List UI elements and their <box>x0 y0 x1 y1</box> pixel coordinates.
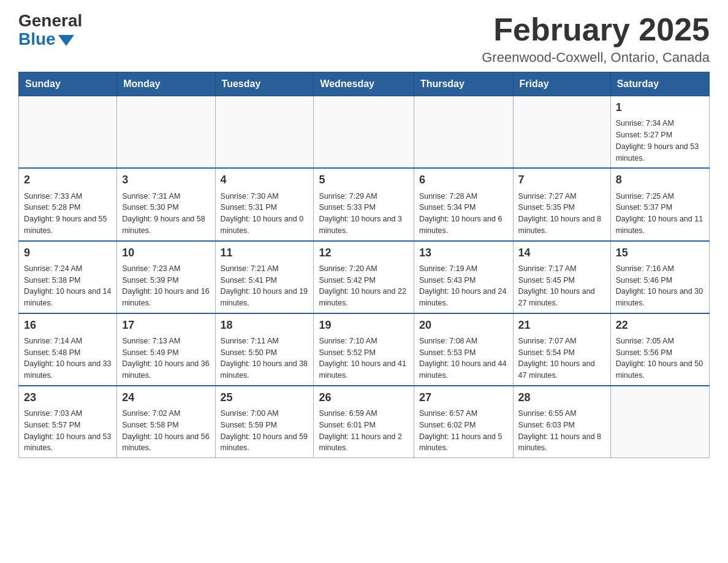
day-number: 7 <box>518 172 605 188</box>
day-info: Sunrise: 7:17 AMSunset: 5:45 PMDaylight:… <box>518 263 605 309</box>
day-number: 27 <box>419 390 508 405</box>
calendar-day-cell: 6Sunrise: 7:28 AMSunset: 5:34 PMDaylight… <box>414 168 513 240</box>
day-info: Sunrise: 6:59 AMSunset: 6:01 PMDaylight:… <box>319 408 408 454</box>
day-number: 19 <box>319 318 408 333</box>
day-number: 14 <box>518 245 605 261</box>
calendar-day-cell: 8Sunrise: 7:25 AMSunset: 5:37 PMDaylight… <box>610 168 709 240</box>
logo-triangle-icon <box>58 35 74 46</box>
calendar-table: Sunday Monday Tuesday Wednesday Thursday… <box>18 72 710 458</box>
calendar-week-row: 2Sunrise: 7:33 AMSunset: 5:28 PMDaylight… <box>19 168 710 240</box>
day-number: 20 <box>419 318 508 333</box>
day-info: Sunrise: 7:27 AMSunset: 5:35 PMDaylight:… <box>518 191 605 237</box>
day-number: 28 <box>518 390 605 405</box>
day-number: 17 <box>122 318 210 333</box>
title-block: February 2025 Greenwood-Coxwell, Ontario… <box>482 12 710 66</box>
day-number: 1 <box>616 100 704 115</box>
calendar-day-cell: 5Sunrise: 7:29 AMSunset: 5:33 PMDaylight… <box>314 168 414 240</box>
day-number: 8 <box>616 172 704 188</box>
day-number: 15 <box>616 245 704 261</box>
day-number: 11 <box>221 245 309 261</box>
col-sunday: Sunday <box>19 72 117 96</box>
calendar-day-cell: 7Sunrise: 7:27 AMSunset: 5:35 PMDaylight… <box>513 168 610 240</box>
day-info: Sunrise: 7:16 AMSunset: 5:46 PMDaylight:… <box>616 263 704 309</box>
calendar-week-row: 23Sunrise: 7:03 AMSunset: 5:57 PMDayligh… <box>19 386 710 458</box>
logo-blue-text: Blue <box>18 31 56 48</box>
day-number: 21 <box>518 318 605 333</box>
day-info: Sunrise: 7:08 AMSunset: 5:53 PMDaylight:… <box>419 335 508 381</box>
calendar-day-cell: 19Sunrise: 7:10 AMSunset: 5:52 PMDayligh… <box>314 313 414 386</box>
calendar-day-cell <box>513 96 610 169</box>
day-info: Sunrise: 7:00 AMSunset: 5:59 PMDaylight:… <box>221 408 309 454</box>
day-info: Sunrise: 7:23 AMSunset: 5:39 PMDaylight:… <box>122 263 210 309</box>
calendar-day-cell <box>19 96 117 169</box>
day-info: Sunrise: 7:11 AMSunset: 5:50 PMDaylight:… <box>221 335 309 381</box>
calendar-day-cell: 18Sunrise: 7:11 AMSunset: 5:50 PMDayligh… <box>215 313 314 386</box>
col-friday: Friday <box>513 72 610 96</box>
location-subtitle: Greenwood-Coxwell, Ontario, Canada <box>482 50 710 66</box>
day-info: Sunrise: 7:13 AMSunset: 5:49 PMDaylight:… <box>122 335 210 381</box>
day-number: 22 <box>616 318 704 333</box>
calendar-day-cell: 21Sunrise: 7:07 AMSunset: 5:54 PMDayligh… <box>513 313 610 386</box>
col-monday: Monday <box>117 72 215 96</box>
day-number: 6 <box>419 172 508 188</box>
day-info: Sunrise: 7:20 AMSunset: 5:42 PMDaylight:… <box>319 263 408 309</box>
calendar-day-cell: 3Sunrise: 7:31 AMSunset: 5:30 PMDaylight… <box>117 168 215 240</box>
day-info: Sunrise: 7:21 AMSunset: 5:41 PMDaylight:… <box>221 263 309 309</box>
calendar-day-cell: 9Sunrise: 7:24 AMSunset: 5:38 PMDaylight… <box>19 241 117 313</box>
calendar-week-row: 16Sunrise: 7:14 AMSunset: 5:48 PMDayligh… <box>19 313 710 386</box>
calendar-day-cell: 25Sunrise: 7:00 AMSunset: 5:59 PMDayligh… <box>215 386 314 458</box>
day-number: 18 <box>221 318 309 333</box>
calendar-header-row: Sunday Monday Tuesday Wednesday Thursday… <box>19 72 710 96</box>
col-thursday: Thursday <box>414 72 513 96</box>
day-info: Sunrise: 6:57 AMSunset: 6:02 PMDaylight:… <box>419 408 508 454</box>
calendar-week-row: 9Sunrise: 7:24 AMSunset: 5:38 PMDaylight… <box>19 241 710 313</box>
page-header: General Blue February 2025 Greenwood-Cox… <box>18 12 710 66</box>
logo: General Blue <box>18 12 82 48</box>
day-number: 4 <box>221 172 309 188</box>
calendar-day-cell <box>314 96 414 169</box>
day-number: 3 <box>122 172 210 188</box>
calendar-day-cell <box>414 96 513 169</box>
day-info: Sunrise: 7:24 AMSunset: 5:38 PMDaylight:… <box>24 263 112 309</box>
day-number: 12 <box>319 245 408 261</box>
col-tuesday: Tuesday <box>215 72 314 96</box>
calendar-day-cell: 2Sunrise: 7:33 AMSunset: 5:28 PMDaylight… <box>19 168 117 240</box>
day-info: Sunrise: 7:10 AMSunset: 5:52 PMDaylight:… <box>319 335 408 381</box>
day-info: Sunrise: 7:29 AMSunset: 5:33 PMDaylight:… <box>319 191 408 237</box>
day-number: 2 <box>24 172 112 188</box>
calendar-day-cell: 13Sunrise: 7:19 AMSunset: 5:43 PMDayligh… <box>414 241 513 313</box>
day-number: 13 <box>419 245 508 261</box>
day-info: Sunrise: 7:07 AMSunset: 5:54 PMDaylight:… <box>518 335 605 381</box>
calendar-day-cell: 1Sunrise: 7:34 AMSunset: 5:27 PMDaylight… <box>610 96 709 169</box>
day-number: 9 <box>24 245 112 261</box>
day-info: Sunrise: 7:30 AMSunset: 5:31 PMDaylight:… <box>221 191 309 237</box>
day-number: 5 <box>319 172 408 188</box>
day-number: 16 <box>24 318 112 333</box>
calendar-day-cell: 14Sunrise: 7:17 AMSunset: 5:45 PMDayligh… <box>513 241 610 313</box>
calendar-day-cell <box>117 96 215 169</box>
calendar-day-cell: 28Sunrise: 6:55 AMSunset: 6:03 PMDayligh… <box>513 386 610 458</box>
col-saturday: Saturday <box>610 72 709 96</box>
day-info: Sunrise: 7:14 AMSunset: 5:48 PMDaylight:… <box>24 335 112 381</box>
day-info: Sunrise: 7:03 AMSunset: 5:57 PMDaylight:… <box>24 408 112 454</box>
calendar-day-cell: 22Sunrise: 7:05 AMSunset: 5:56 PMDayligh… <box>610 313 709 386</box>
calendar-day-cell: 10Sunrise: 7:23 AMSunset: 5:39 PMDayligh… <box>117 241 215 313</box>
calendar-day-cell: 24Sunrise: 7:02 AMSunset: 5:58 PMDayligh… <box>117 386 215 458</box>
calendar-week-row: 1Sunrise: 7:34 AMSunset: 5:27 PMDaylight… <box>19 96 710 169</box>
day-number: 10 <box>122 245 210 261</box>
calendar-day-cell: 12Sunrise: 7:20 AMSunset: 5:42 PMDayligh… <box>314 241 414 313</box>
day-info: Sunrise: 7:33 AMSunset: 5:28 PMDaylight:… <box>24 191 112 237</box>
calendar-day-cell: 23Sunrise: 7:03 AMSunset: 5:57 PMDayligh… <box>19 386 117 458</box>
calendar-day-cell <box>215 96 314 169</box>
col-wednesday: Wednesday <box>314 72 414 96</box>
calendar-day-cell: 16Sunrise: 7:14 AMSunset: 5:48 PMDayligh… <box>19 313 117 386</box>
day-number: 24 <box>122 390 210 405</box>
logo-general-text: General <box>18 12 82 29</box>
day-info: Sunrise: 7:25 AMSunset: 5:37 PMDaylight:… <box>616 191 704 237</box>
calendar-day-cell: 15Sunrise: 7:16 AMSunset: 5:46 PMDayligh… <box>610 241 709 313</box>
day-info: Sunrise: 7:31 AMSunset: 5:30 PMDaylight:… <box>122 191 210 237</box>
day-info: Sunrise: 7:28 AMSunset: 5:34 PMDaylight:… <box>419 191 508 237</box>
day-number: 26 <box>319 390 408 405</box>
day-info: Sunrise: 6:55 AMSunset: 6:03 PMDaylight:… <box>518 408 605 454</box>
day-info: Sunrise: 7:19 AMSunset: 5:43 PMDaylight:… <box>419 263 508 309</box>
